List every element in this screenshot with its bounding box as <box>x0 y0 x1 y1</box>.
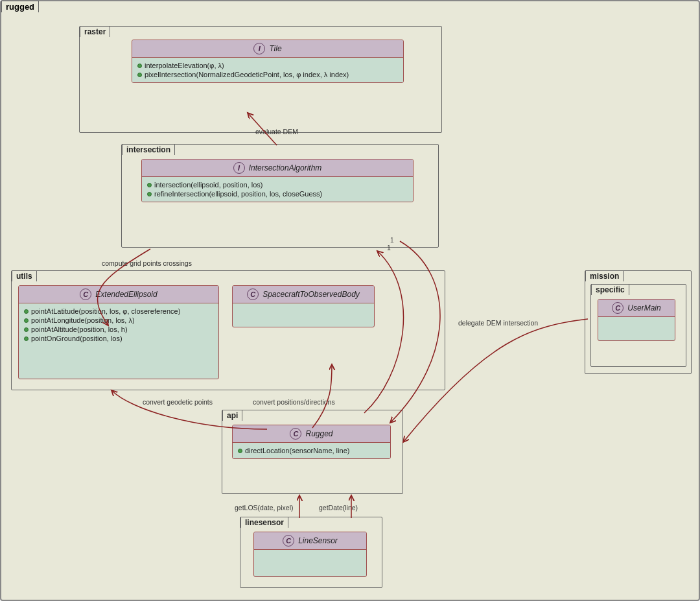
evaluate-dem-label: evaluate DEM <box>255 128 298 136</box>
getLOS-label: getLOS(date, pixel) <box>235 504 293 512</box>
ee-method-1-dot <box>24 309 29 314</box>
ia-class-methods: intersection(ellipsoid, position, los) r… <box>142 177 413 202</box>
tile-method-2-dot <box>137 73 142 77</box>
sc-class-name: SpacecraftToObservedBody <box>262 290 360 299</box>
rugged-method-1: directLocation(sensorName, line) <box>238 447 385 454</box>
linesensor-package: linesensor C LineSensor <box>240 517 382 588</box>
tile-class-name: Tile <box>269 44 281 53</box>
ia-class-header: I IntersectionAlgorithm <box>142 159 413 177</box>
ee-method-4-dot <box>24 336 29 341</box>
ee-stereotype: C <box>80 289 91 300</box>
usermain-class: C UserMain <box>598 299 675 341</box>
raster-package: raster I Tile interpolateElevation(φ, λ)… <box>79 26 442 133</box>
um-class-header: C UserMain <box>598 300 675 317</box>
ee-class-name: ExtendedEllipsoid <box>95 290 157 299</box>
specific-package-label: specific <box>591 284 629 295</box>
rugged-stereotype: C <box>290 428 301 440</box>
ls-class-header: C LineSensor <box>254 532 366 550</box>
rugged-class: C Rugged directLocation(sensorName, line… <box>232 425 391 459</box>
ee-method-1: pointAtLatitude(position, los, φ, closer… <box>24 307 213 315</box>
getDate-label: getDate(line) <box>319 504 358 512</box>
spacecraft-class: C SpacecraftToObservedBody <box>232 285 375 327</box>
sc-stereotype: C <box>247 289 259 300</box>
tile-method-2: pixelIntersection(NormalizedGeodeticPoin… <box>137 71 398 78</box>
tile-stereotype: I <box>253 43 265 54</box>
rugged-class-header: C Rugged <box>233 425 390 443</box>
tile-method-2-label: pixelIntersection(NormalizedGeodeticPoin… <box>145 71 349 78</box>
sc-class-header: C SpacecraftToObservedBody <box>233 286 374 303</box>
um-class-methods <box>598 317 675 334</box>
linesensor-package-label: linesensor <box>240 517 288 528</box>
ee-method-1-label: pointAtLatitude(position, los, φ, closer… <box>31 307 180 315</box>
ls-stereotype: C <box>283 535 294 547</box>
ee-class-header: C ExtendedEllipsoid <box>19 286 218 303</box>
intersection-package-label: intersection <box>122 144 175 155</box>
ee-method-4: pointOnGround(position, los) <box>24 335 213 342</box>
rugged-class-methods: directLocation(sensorName, line) <box>233 443 390 458</box>
tile-method-1: interpolateElevation(φ, λ) <box>137 62 398 69</box>
api-package: api C Rugged directLocation(sensorName, … <box>222 410 403 494</box>
tile-class-header: I Tile <box>132 40 403 58</box>
api-package-label: api <box>222 410 242 421</box>
um-stereotype: C <box>612 302 624 314</box>
intersection-package: intersection I IntersectionAlgorithm int… <box>121 144 439 248</box>
rugged-method-1-label: directLocation(sensorName, line) <box>245 447 349 454</box>
mission-package-label: mission <box>585 270 624 281</box>
ia-method-2-label: refineIntersection(ellipsoid, position, … <box>154 190 322 198</box>
compute-grid-label: compute grid points crossings <box>102 259 192 267</box>
ls-class-name: LineSensor <box>298 536 338 545</box>
ia-class-name: IntersectionAlgorithm <box>249 163 322 172</box>
specific-package: specific C UserMain <box>590 284 686 367</box>
ee-method-4-label: pointOnGround(position, los) <box>31 335 122 342</box>
ee-class-methods: pointAtLatitude(position, los, φ, closer… <box>19 303 218 346</box>
sc-class-methods <box>233 303 374 322</box>
one-label: 1 <box>387 244 391 252</box>
tile-method-1-dot <box>137 64 142 68</box>
ee-method-2-label: pointAtLongitude(position, los, λ) <box>31 316 135 324</box>
ia-method-1-dot <box>147 183 152 187</box>
diagram-container: rugged raster I Tile interpolateElevatio… <box>0 0 700 601</box>
raster-package-label: raster <box>80 26 110 37</box>
ls-class-methods <box>254 550 366 567</box>
ia-stereotype: I <box>233 162 245 174</box>
extended-ellipsoid-class: C ExtendedEllipsoid pointAtLatitude(posi… <box>18 285 219 379</box>
intersection-algorithm-class: I IntersectionAlgorithm intersection(ell… <box>141 159 414 202</box>
tile-method-1-label: interpolateElevation(φ, λ) <box>145 62 224 69</box>
mission-package: mission specific C UserMain <box>585 270 692 374</box>
convert-geodetic-label: convert geodetic points <box>143 398 213 406</box>
linesensor-class: C LineSensor <box>253 532 367 577</box>
rugged-package-label: rugged <box>1 1 39 12</box>
ia-method-1: intersection(ellipsoid, position, los) <box>147 181 408 189</box>
ia-method-2: refineIntersection(ellipsoid, position, … <box>147 190 408 198</box>
ee-method-3: pointAtAltitude(position, los, h) <box>24 325 213 333</box>
ia-method-2-dot <box>147 192 152 196</box>
tile-class: I Tile interpolateElevation(φ, λ) pixelI… <box>132 40 404 83</box>
rugged-class-name: Rugged <box>305 429 332 438</box>
utils-package-label: utils <box>12 270 37 281</box>
ee-method-3-dot <box>24 327 29 332</box>
ee-method-3-label: pointAtAltitude(position, los, h) <box>31 325 128 333</box>
ia-method-1-label: intersection(ellipsoid, position, los) <box>154 181 263 189</box>
utils-package: utils C ExtendedEllipsoid pointAtLatitud… <box>11 270 445 390</box>
um-class-name: UserMain <box>627 303 660 312</box>
delegate-dem-label: delegate DEM intersection <box>458 319 538 327</box>
convert-positions-label: convert positions/directions <box>253 398 335 406</box>
ee-method-2: pointAtLongitude(position, los, λ) <box>24 316 213 324</box>
ee-method-2-dot <box>24 318 29 323</box>
rugged-method-1-dot <box>238 449 242 453</box>
tile-class-methods: interpolateElevation(φ, λ) pixelIntersec… <box>132 58 403 82</box>
